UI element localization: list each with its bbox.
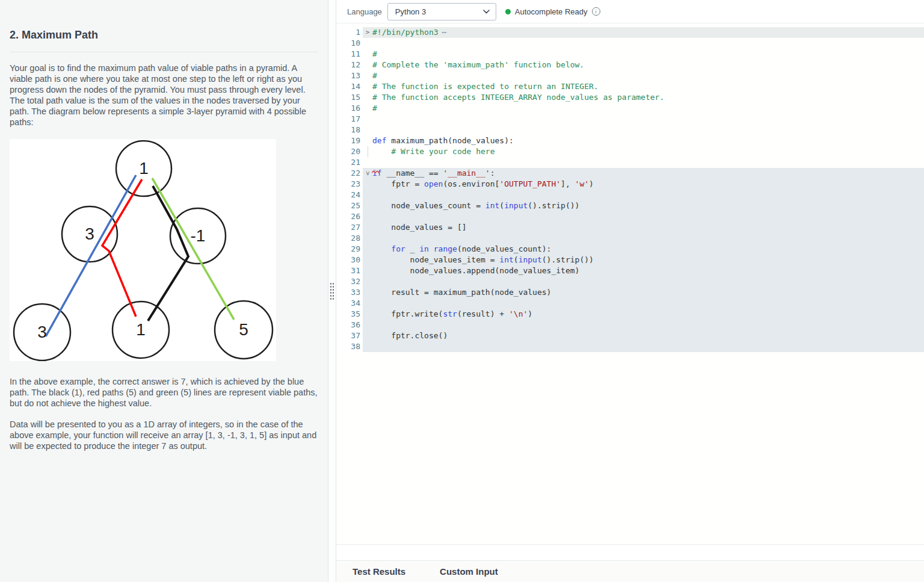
fold-spacer bbox=[363, 135, 372, 146]
fold-spacer bbox=[363, 157, 372, 168]
code-line-20[interactable]: 20 # Write your code here bbox=[336, 146, 924, 157]
code-text: # The function accepts INTEGER_ARRAY nod… bbox=[372, 92, 664, 103]
editor-panel: Language Python 3 Autocomplete Ready i 1… bbox=[336, 0, 924, 582]
code-line-body bbox=[363, 114, 924, 125]
code-line-18[interactable]: 18 bbox=[336, 125, 924, 135]
line-number: 14 bbox=[336, 81, 363, 92]
line-number: 23 bbox=[336, 179, 363, 190]
line-number: 37 bbox=[336, 330, 363, 341]
language-selected-value: Python 3 bbox=[395, 7, 426, 16]
code-line-33[interactable]: 33 result = maximum_path(node_values) bbox=[336, 287, 924, 298]
info-icon[interactable]: i bbox=[592, 7, 600, 16]
code-text: # bbox=[372, 49, 377, 60]
code-line-19[interactable]: 19def maximum_path(node_values): bbox=[336, 135, 924, 146]
code-line-11[interactable]: 11# bbox=[336, 49, 924, 60]
pyramid-diagram: 13-1315 bbox=[10, 139, 276, 361]
code-line-25[interactable]: 25 node_values_count = int(input().strip… bbox=[336, 200, 924, 211]
problem-panel: 2. Maximum Path Your goal is to find the… bbox=[0, 0, 328, 582]
indent-guide bbox=[368, 146, 368, 157]
code-line-body: fptr = open(os.environ['OUTPUT_PATH'], '… bbox=[363, 179, 924, 190]
code-line-26[interactable]: 26 bbox=[336, 211, 924, 222]
code-line-35[interactable]: 35 fptr.write(str(result) + '\n') bbox=[336, 309, 924, 320]
fold-spacer bbox=[363, 341, 372, 352]
code-line-body bbox=[363, 233, 924, 244]
code-lines: 1>#!/bin/python3⋯1011#12# Complete the '… bbox=[336, 27, 924, 352]
fold-spacer bbox=[363, 309, 372, 320]
panel-splitter[interactable] bbox=[328, 0, 336, 582]
tab-custom-input[interactable]: Custom Input bbox=[440, 566, 498, 577]
code-line-body: for _ in range(node_values_count): bbox=[363, 244, 924, 255]
code-line-30[interactable]: 30 node_values_item = int(input().strip(… bbox=[336, 255, 924, 265]
line-number: 13 bbox=[336, 70, 363, 81]
pyramid-diagram-svg: 13-1315 bbox=[10, 139, 276, 361]
pyramid-node-value: 3 bbox=[37, 323, 47, 341]
code-line-body: # bbox=[363, 49, 924, 60]
code-line-28[interactable]: 28 bbox=[336, 233, 924, 244]
line-number: 30 bbox=[336, 255, 363, 265]
results-tabbar: Test ResultsCustom Input bbox=[336, 560, 924, 582]
code-line-12[interactable]: 12# Complete the 'maximum_path' function… bbox=[336, 60, 924, 70]
code-line-23[interactable]: 23 fptr = open(os.environ['OUTPUT_PATH']… bbox=[336, 179, 924, 190]
fold-spacer bbox=[363, 92, 372, 103]
code-line-29[interactable]: 29 for _ in range(node_values_count): bbox=[336, 244, 924, 255]
status-dot-icon bbox=[505, 9, 511, 14]
pyramid-node-value: -1 bbox=[191, 226, 206, 245]
fold-spacer bbox=[363, 190, 372, 200]
fold-spacer bbox=[363, 70, 372, 81]
line-number: 1 bbox=[336, 27, 363, 38]
line-number: 27 bbox=[336, 222, 363, 233]
line-number: 32 bbox=[336, 276, 363, 287]
language-select[interactable]: Python 3 bbox=[387, 3, 496, 20]
code-line-34[interactable]: 34 bbox=[336, 298, 924, 309]
code-text: #!/bin/python3⋯ bbox=[372, 27, 447, 38]
line-number: 20 bbox=[336, 146, 363, 157]
splitter-grip-icon[interactable] bbox=[329, 282, 335, 300]
code-line-body: node_values = [] bbox=[363, 222, 924, 233]
code-line-22[interactable]: 22>if __name__ == '__main__': bbox=[336, 168, 924, 179]
line-number: 21 bbox=[336, 157, 363, 168]
code-line-16[interactable]: 16# bbox=[336, 103, 924, 114]
code-text: fptr.close() bbox=[372, 330, 448, 341]
code-line-38[interactable]: 38 bbox=[336, 341, 924, 352]
code-line-17[interactable]: 17 bbox=[336, 114, 924, 125]
fold-spacer bbox=[363, 233, 372, 244]
line-number: 29 bbox=[336, 244, 363, 255]
code-line-10[interactable]: 10 bbox=[336, 38, 924, 49]
code-line-24[interactable]: 24 bbox=[336, 190, 924, 200]
code-line-32[interactable]: 32 bbox=[336, 276, 924, 287]
line-number: 25 bbox=[336, 200, 363, 211]
fold-expanded-icon[interactable]: > bbox=[363, 168, 372, 179]
code-line-body: node_values.append(node_values_item) bbox=[363, 265, 924, 276]
line-number: 16 bbox=[336, 103, 363, 114]
tab-test-results[interactable]: Test Results bbox=[353, 566, 405, 577]
fold-spacer bbox=[363, 320, 372, 330]
code-line-21[interactable]: 21 bbox=[336, 157, 924, 168]
code-editor[interactable]: 1>#!/bin/python3⋯1011#12# Complete the '… bbox=[336, 23, 924, 544]
line-number: 15 bbox=[336, 92, 363, 103]
line-number: 11 bbox=[336, 49, 363, 60]
code-line-36[interactable]: 36 bbox=[336, 320, 924, 330]
code-line-body bbox=[363, 298, 924, 309]
code-line-body bbox=[363, 320, 924, 330]
code-line-27[interactable]: 27 node_values = [] bbox=[336, 222, 924, 233]
line-number: 36 bbox=[336, 320, 363, 330]
pyramid-node-value: 5 bbox=[239, 320, 248, 339]
code-line-37[interactable]: 37 fptr.close() bbox=[336, 330, 924, 341]
line-number: 12 bbox=[336, 60, 363, 70]
code-line-15[interactable]: 15# The function accepts INTEGER_ARRAY n… bbox=[336, 92, 924, 103]
code-line-body bbox=[363, 211, 924, 222]
code-line-body bbox=[363, 38, 924, 49]
code-line-31[interactable]: 31 node_values.append(node_values_item) bbox=[336, 265, 924, 276]
fold-spacer bbox=[363, 255, 372, 265]
code-line-13[interactable]: 13# bbox=[336, 70, 924, 81]
code-line-14[interactable]: 14# The function is expected to return a… bbox=[336, 81, 924, 92]
code-line-1[interactable]: 1>#!/bin/python3⋯ bbox=[336, 27, 924, 38]
line-number: 24 bbox=[336, 190, 363, 200]
line-number: 31 bbox=[336, 265, 363, 276]
line-number: 35 bbox=[336, 309, 363, 320]
fold-spacer bbox=[363, 179, 372, 190]
pyramid-node-value: 3 bbox=[85, 224, 94, 243]
fold-spacer bbox=[363, 38, 372, 49]
fold-spacer bbox=[363, 244, 372, 255]
fold-collapsed-icon[interactable]: > bbox=[363, 27, 372, 38]
